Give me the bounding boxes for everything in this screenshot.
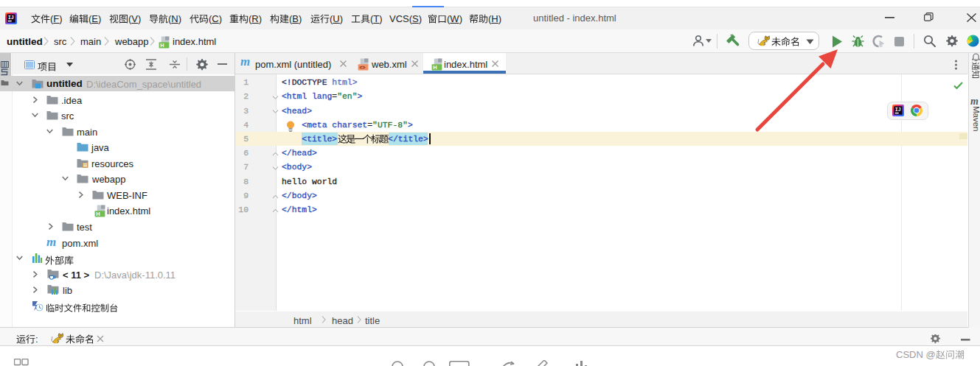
svg-text:H: H (433, 64, 437, 71)
svg-text:H: H (160, 42, 164, 49)
svg-text:H: H (96, 211, 100, 217)
svg-text:<>: <> (359, 64, 365, 71)
svg-text:IJ: IJ (8, 15, 14, 21)
svg-text:IJ: IJ (895, 107, 901, 113)
